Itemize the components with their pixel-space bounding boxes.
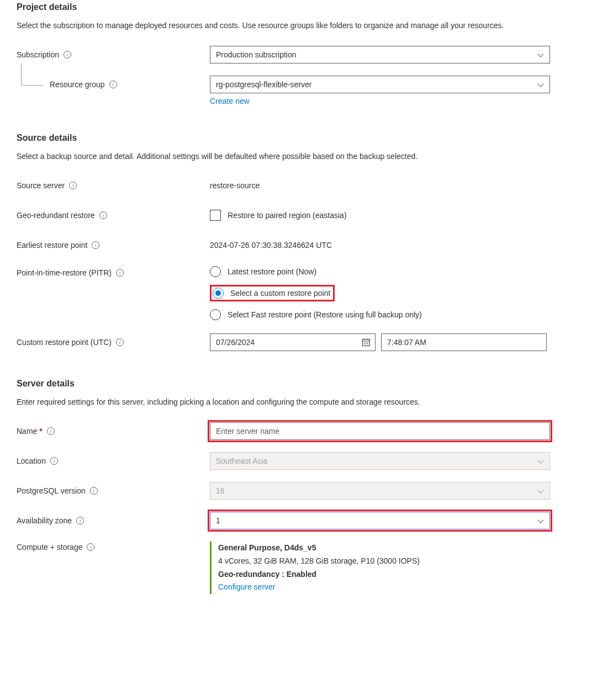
custom-restore-date-input[interactable]: 07/26/2024 xyxy=(210,333,376,351)
calendar-icon xyxy=(362,338,371,347)
pitr-radio-group: Latest restore point (Now) Select a cust… xyxy=(210,266,550,320)
subscription-label: Subscription xyxy=(17,50,210,59)
chevron-down-icon xyxy=(537,81,544,88)
server-name-label: Name* xyxy=(17,427,210,436)
chevron-down-icon xyxy=(537,458,544,464)
info-icon[interactable] xyxy=(116,338,124,346)
compute-geo: Geo-redundancy : Enabled xyxy=(218,568,550,581)
earliest-restore-label: Earliest restore point xyxy=(17,241,210,250)
radio-icon xyxy=(210,309,221,320)
info-icon[interactable] xyxy=(47,427,55,435)
location-label: Location xyxy=(17,457,210,465)
geo-redundant-checkbox[interactable] xyxy=(210,210,221,221)
geo-redundant-checkbox-label: Restore to paired region (eastasia) xyxy=(228,211,347,220)
info-icon[interactable] xyxy=(92,241,99,249)
subscription-dropdown[interactable]: Production subscription xyxy=(210,46,550,63)
info-icon[interactable] xyxy=(90,487,98,495)
configure-server-link[interactable]: Configure server xyxy=(218,582,276,591)
pitr-radio-latest[interactable]: Latest restore point (Now) xyxy=(210,266,550,277)
pitr-radio-fast[interactable]: Select Fast restore point (Restore using… xyxy=(210,309,550,320)
info-icon[interactable] xyxy=(50,457,58,465)
info-icon[interactable] xyxy=(109,81,117,88)
info-icon[interactable] xyxy=(116,269,124,277)
custom-restore-label: Custom restore point (UTC) xyxy=(17,338,210,347)
info-icon[interactable] xyxy=(99,211,107,219)
pitr-radio-custom[interactable]: Select a custom restore point xyxy=(212,288,330,299)
earliest-restore-value: 2024-07-26 07:30:38.3246624 UTC xyxy=(210,241,332,250)
pitr-label: Point-in-time-restore (PITR) xyxy=(17,266,210,277)
source-details-desc: Select a backup source and detail. Addit… xyxy=(17,151,552,162)
availability-zone-dropdown[interactable]: 1 xyxy=(210,512,550,529)
resource-group-dropdown[interactable]: rg-postgresql-flexible-server xyxy=(210,76,550,93)
info-icon[interactable] xyxy=(87,543,94,551)
postgresql-version-label: PostgreSQL version xyxy=(17,486,210,495)
source-server-label: Source server xyxy=(17,181,210,190)
resource-group-label: Resource group xyxy=(17,80,210,89)
server-details-heading: Server details xyxy=(17,379,596,389)
info-icon[interactable] xyxy=(69,182,77,189)
chevron-down-icon xyxy=(537,517,544,524)
project-details-heading: Project details xyxy=(17,2,596,12)
compute-storage-label: Compute + storage xyxy=(17,542,210,551)
location-dropdown: Southeast Asia xyxy=(210,452,550,470)
source-details-heading: Source details xyxy=(17,133,596,143)
radio-icon xyxy=(213,288,224,299)
create-new-rg-link[interactable]: Create new xyxy=(210,97,250,105)
radio-icon xyxy=(210,266,221,277)
availability-zone-label: Availability zone xyxy=(17,516,210,525)
project-details-desc: Select the subscription to manage deploy… xyxy=(17,20,552,31)
chevron-down-icon xyxy=(537,51,544,58)
chevron-down-icon xyxy=(537,487,544,494)
compute-spec: 4 vCores, 32 GiB RAM, 128 GiB storage, P… xyxy=(218,555,550,568)
tree-connector-icon xyxy=(21,63,43,86)
source-server-value: restore-source xyxy=(210,181,260,190)
custom-restore-time-input[interactable]: 7:48:07 AM xyxy=(381,333,547,351)
info-icon[interactable] xyxy=(64,51,71,59)
postgresql-version-dropdown: 16 xyxy=(210,482,550,500)
compute-tier: General Purpose, D4ds_v5 xyxy=(218,542,550,555)
compute-storage-summary: General Purpose, D4ds_v5 4 vCores, 32 Gi… xyxy=(210,542,550,594)
server-details-desc: Enter required settings for this server,… xyxy=(17,396,552,408)
server-name-input[interactable] xyxy=(210,422,550,440)
info-icon[interactable] xyxy=(76,517,84,524)
geo-redundant-label: Geo-redundant restore xyxy=(17,211,210,220)
